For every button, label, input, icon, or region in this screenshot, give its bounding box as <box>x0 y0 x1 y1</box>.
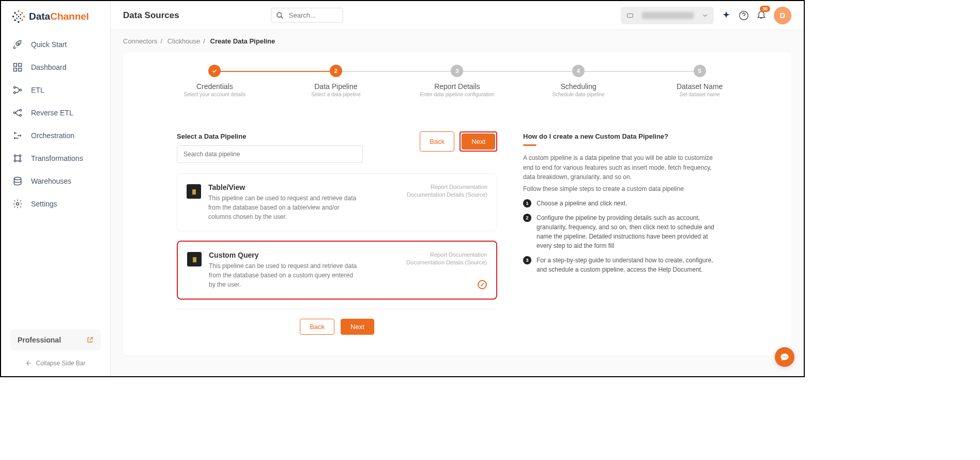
nav-settings[interactable]: Settings <box>1 192 110 215</box>
svg-point-4 <box>18 21 20 23</box>
transform-icon <box>12 153 23 164</box>
plan-badge[interactable]: Professional <box>10 330 101 350</box>
nav-label: Dashboard <box>31 63 67 71</box>
sparkle-icon[interactable] <box>721 10 731 21</box>
svg-point-1 <box>21 12 23 14</box>
selected-check-icon <box>478 280 487 289</box>
etl-icon <box>12 85 23 95</box>
svg-rect-17 <box>19 68 22 71</box>
step-scheduling[interactable]: 4 Scheduling Schedule data pipeline <box>518 65 639 97</box>
back-button-top[interactable]: Back <box>420 131 454 152</box>
plan-label: Professional <box>18 336 61 344</box>
step-credentials[interactable]: Credentials Select your account details <box>154 65 275 97</box>
svg-point-24 <box>14 155 16 156</box>
card-icon <box>626 12 634 19</box>
nav-transformations[interactable]: Transformations <box>1 147 110 170</box>
crumb-clickhouse[interactable]: Clickhouse <box>167 37 201 45</box>
logo-icon <box>11 9 26 24</box>
main-nav: Quick Start Dashboard ETL Reverse ETL Or… <box>1 28 110 330</box>
svg-point-13 <box>18 43 19 44</box>
svg-point-23 <box>14 112 16 113</box>
nav-label: Quick Start <box>31 40 67 49</box>
nav-quick-start[interactable]: Quick Start <box>1 33 110 56</box>
crumb-current: Create Data Pipeline <box>210 37 275 45</box>
svg-point-19 <box>14 92 16 93</box>
notification-badge: 36 <box>760 6 770 12</box>
svg-point-34 <box>784 357 785 358</box>
report-doc-link[interactable]: Report Documentation <box>406 251 487 259</box>
account-dropdown[interactable] <box>621 7 714 24</box>
svg-point-11 <box>16 18 18 19</box>
svg-rect-14 <box>14 64 17 67</box>
svg-point-22 <box>20 114 21 116</box>
back-button-bottom[interactable]: Back <box>300 319 334 335</box>
nav-orchestration[interactable]: Orchestration <box>1 124 110 147</box>
svg-point-21 <box>20 109 21 111</box>
next-button-highlight: Next <box>460 131 497 152</box>
help-step-3: 3For a step-by-step guide to understand … <box>523 256 725 274</box>
breadcrumb: Connectors/ Clickhouse/ Create Data Pipe… <box>111 30 804 52</box>
help-paragraph: A custom pipeline is a data pipeline tha… <box>523 153 725 182</box>
page-title: Data Sources <box>123 10 179 21</box>
pipeline-option-custom-query[interactable]: |||| Custom Query This pipeline can be u… <box>177 241 497 300</box>
svg-point-3 <box>21 19 23 21</box>
doc-details-link[interactable]: Documentation Details (Source) <box>407 191 487 199</box>
pipeline-doc-links: Report Documentation Documentation Detai… <box>407 183 487 221</box>
help-icon[interactable] <box>739 10 749 21</box>
nav-etl[interactable]: ETL <box>1 79 110 101</box>
svg-point-35 <box>786 357 787 358</box>
help-paragraph: Follow these simple steps to create a cu… <box>523 184 725 194</box>
collapse-sidebar[interactable]: Collapse Side Bar <box>10 355 101 371</box>
svg-point-7 <box>14 12 16 14</box>
svg-rect-31 <box>627 13 633 17</box>
title-underline <box>523 144 537 146</box>
nav-label: Transformations <box>31 154 83 162</box>
account-name-blurred <box>642 12 694 19</box>
section-title: Select a Data Pipeline <box>177 132 363 140</box>
step-data-pipeline[interactable]: 2 Data Pipeline Select a data pipeline <box>275 65 397 97</box>
chevron-down-icon <box>701 12 709 19</box>
crumb-connectors[interactable]: Connectors <box>123 37 157 45</box>
svg-point-18 <box>14 86 16 88</box>
nav-label: Warehouses <box>31 177 71 185</box>
check-icon <box>211 68 218 74</box>
reverse-etl-icon <box>12 108 23 118</box>
help-title: How do I create a new Custom Data Pipeli… <box>523 132 725 140</box>
chat-button[interactable] <box>775 347 794 367</box>
help-panel: How do I create a new Custom Data Pipeli… <box>523 132 725 335</box>
avatar[interactable]: D <box>774 7 791 24</box>
nav-reverse-etl[interactable]: Reverse ETL <box>1 101 110 124</box>
doc-details-link[interactable]: Documentation Details (Source) <box>406 259 487 266</box>
step-report-details[interactable]: 3 Report Details Enter data pipeline con… <box>396 65 518 97</box>
help-step-1: 1Choose a pipeline and click next. <box>523 199 725 208</box>
rocket-icon <box>12 39 23 50</box>
database-icon <box>12 176 23 186</box>
notifications[interactable]: 36 <box>756 9 767 22</box>
global-search[interactable] <box>271 8 343 23</box>
step-dataset-name[interactable]: 5 Dataset Name Set dataset name <box>639 65 760 97</box>
stepper: Credentials Select your account details … <box>123 52 791 109</box>
pipeline-title: Table/View <box>208 183 400 191</box>
svg-point-8 <box>16 14 18 16</box>
svg-point-6 <box>12 16 14 18</box>
svg-point-28 <box>14 177 21 180</box>
svg-point-27 <box>19 160 21 161</box>
pipeline-title: Custom Query <box>209 251 399 259</box>
nav-warehouses[interactable]: Warehouses <box>1 170 110 192</box>
pipeline-option-table-view[interactable]: |||| Table/View This pipeline can be use… <box>177 173 497 231</box>
next-button-top[interactable]: Next <box>462 133 495 150</box>
orchestration-icon <box>12 130 23 141</box>
svg-point-30 <box>277 12 282 17</box>
report-doc-link[interactable]: Report Documentation <box>407 183 487 191</box>
gear-icon <box>12 199 23 209</box>
help-step-2: 2Configure the pipeline by providing det… <box>523 213 725 250</box>
svg-point-25 <box>19 155 21 156</box>
logo: DataChannel <box>1 1 110 28</box>
svg-point-10 <box>18 16 20 18</box>
nav-label: ETL <box>31 86 44 94</box>
svg-point-9 <box>20 14 21 16</box>
pipeline-search-input[interactable] <box>177 145 363 163</box>
next-button-bottom[interactable]: Next <box>341 319 374 335</box>
pipeline-description: This pipeline can be used to request and… <box>209 261 359 289</box>
nav-dashboard[interactable]: Dashboard <box>1 56 110 79</box>
